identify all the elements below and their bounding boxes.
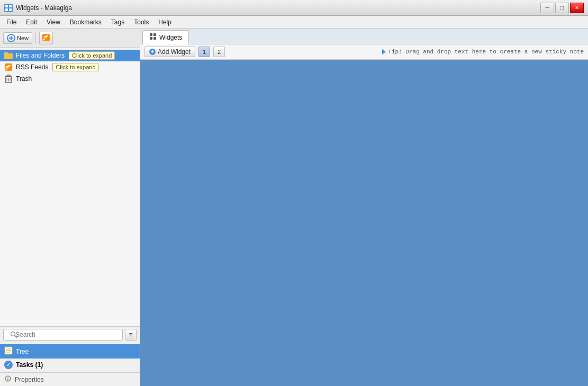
new-label: New xyxy=(17,35,29,41)
maximize-button[interactable]: □ xyxy=(555,3,569,13)
svg-rect-0 xyxy=(5,5,8,7)
tab-widgets[interactable]: Widgets xyxy=(142,30,189,44)
tip-text: Tip: Drag and drop text here to create a… xyxy=(388,49,584,55)
rss-tree-icon xyxy=(4,63,13,71)
menu-help[interactable]: Help xyxy=(154,17,176,27)
page-2-button[interactable]: 2 xyxy=(213,47,225,57)
svg-rect-10 xyxy=(4,52,8,54)
folder-icon xyxy=(4,51,13,60)
title-bar-left: Widgets - Makagiga xyxy=(4,4,72,12)
tab-widgets-label: Widgets xyxy=(159,34,182,41)
check-icon: ✓ xyxy=(4,361,13,369)
svg-rect-1 xyxy=(9,5,12,7)
widgets-tab-icon xyxy=(149,33,157,42)
properties-bar[interactable]: Properties xyxy=(0,372,140,386)
right-panel: Widgets + Add Widget 1 2 Tip: Drag and d… xyxy=(140,29,588,386)
menu-bar: File Edit View Bookmarks Tags Tools Help xyxy=(0,16,588,29)
new-add-icon xyxy=(7,34,15,42)
tree-item-rss-feeds[interactable]: RSS Feeds Click to expand xyxy=(0,61,140,73)
title-bar-controls: ─ □ ✕ xyxy=(540,3,584,13)
title-bar: Widgets - Makagiga ─ □ ✕ xyxy=(0,0,588,16)
rss-feeds-label: RSS Feeds xyxy=(16,63,48,71)
toolbar-separator xyxy=(35,33,36,43)
tip-triangle-icon xyxy=(382,49,386,54)
page-1-button[interactable]: 1 xyxy=(198,47,210,57)
svg-rect-29 xyxy=(153,33,156,36)
add-widget-button[interactable]: + Add Widget xyxy=(144,47,195,57)
menu-tags[interactable]: Tags xyxy=(107,17,129,27)
add-widget-label: Add Widget xyxy=(158,48,191,56)
add-widget-icon: + xyxy=(149,49,156,55)
left-panel: New xyxy=(0,29,140,386)
svg-rect-2 xyxy=(5,8,8,11)
tree-item-trash[interactable]: Trash xyxy=(0,73,140,85)
left-toolbar: New xyxy=(0,29,140,48)
main-container: New xyxy=(0,29,588,386)
tree-area: Files and Folders Click to expand RSS Fe… xyxy=(0,48,140,326)
menu-view[interactable]: View xyxy=(42,17,65,27)
files-folders-label: Files and Folders xyxy=(16,52,65,59)
bottom-panel: ≡ Tree xyxy=(0,326,140,386)
svg-point-26 xyxy=(7,376,8,378)
rss-toolbar-button[interactable] xyxy=(39,32,53,44)
search-wrap xyxy=(3,329,123,341)
bottom-items: Tree ✓ Tasks (1) xyxy=(0,343,140,372)
new-button[interactable]: New xyxy=(3,32,32,44)
close-button[interactable]: ✕ xyxy=(570,3,584,13)
properties-icon xyxy=(4,375,12,384)
window-title: Widgets - Makagiga xyxy=(16,4,72,12)
svg-rect-30 xyxy=(150,37,152,40)
svg-rect-3 xyxy=(9,8,12,11)
properties-label: Properties xyxy=(15,376,44,383)
search-menu-icon: ≡ xyxy=(129,331,132,338)
trash-icon xyxy=(4,75,13,83)
tip-area: Tip: Drag and drop text here to create a… xyxy=(228,49,584,55)
svg-point-8 xyxy=(43,39,45,40)
search-menu-button[interactable]: ≡ xyxy=(125,329,137,341)
search-input[interactable] xyxy=(3,329,123,341)
svg-rect-31 xyxy=(153,37,156,40)
tree-item-files-folders[interactable]: Files and Folders Click to expand xyxy=(0,50,140,61)
svg-point-12 xyxy=(6,69,7,70)
menu-bookmarks[interactable]: Bookmarks xyxy=(66,17,106,27)
bottom-list-item-tree[interactable]: Tree xyxy=(0,344,140,359)
tab-bar: Widgets xyxy=(140,29,588,44)
svg-rect-15 xyxy=(7,75,10,77)
tree-list-label: Tree xyxy=(16,348,29,355)
menu-tools[interactable]: Tools xyxy=(130,17,153,27)
rss-feeds-tooltip: Click to expand xyxy=(52,63,98,71)
bottom-list-item-tasks[interactable]: ✓ Tasks (1) xyxy=(0,359,140,371)
rss-icon xyxy=(42,33,50,43)
note-icon xyxy=(4,346,13,356)
menu-file[interactable]: File xyxy=(2,17,21,27)
search-bar: ≡ xyxy=(0,327,140,343)
tasks-label: Tasks (1) xyxy=(16,361,43,369)
widget-canvas[interactable] xyxy=(140,60,588,386)
svg-rect-28 xyxy=(150,33,152,36)
widget-toolbar: + Add Widget 1 2 Tip: Drag and drop text… xyxy=(140,44,588,60)
minimize-button[interactable]: ─ xyxy=(540,3,554,13)
files-folders-tooltip: Click to expand xyxy=(69,51,115,60)
app-icon xyxy=(4,4,13,12)
trash-label: Trash xyxy=(16,75,32,82)
menu-edit[interactable]: Edit xyxy=(22,17,41,27)
